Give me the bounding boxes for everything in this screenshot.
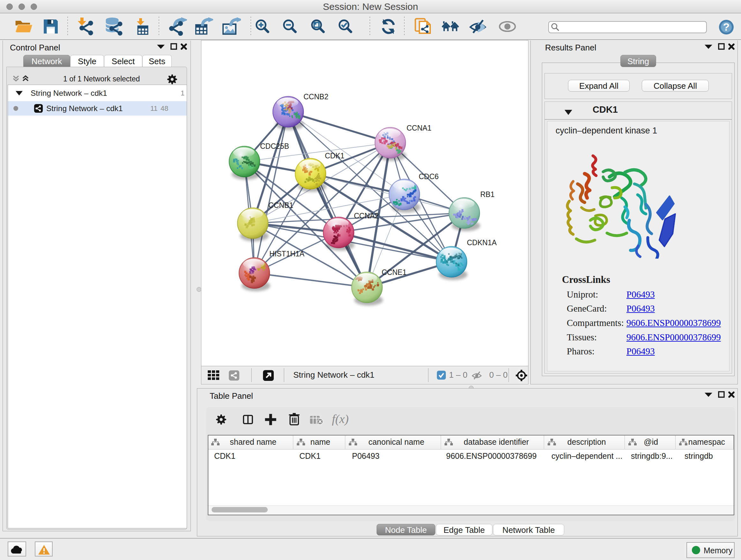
svg-text:RB1: RB1 (480, 190, 495, 199)
svg-text:CCNB1: CCNB1 (268, 201, 293, 209)
svg-text:CDC25B: CDC25B (260, 142, 289, 150)
svg-text:CCNA1: CCNA1 (407, 124, 431, 132)
svg-text:CCNE1: CCNE1 (382, 268, 407, 276)
svg-text:CDC6: CDC6 (419, 172, 439, 181)
svg-text:CDKN1A: CDKN1A (467, 239, 497, 247)
svg-text:?: ? (723, 21, 730, 33)
svg-text:CCNB2: CCNB2 (304, 92, 328, 101)
svg-text:HIST1H1A: HIST1H1A (269, 250, 305, 258)
svg-text:CCNA2: CCNA2 (354, 212, 379, 220)
svg-text:CDK1: CDK1 (325, 152, 344, 160)
